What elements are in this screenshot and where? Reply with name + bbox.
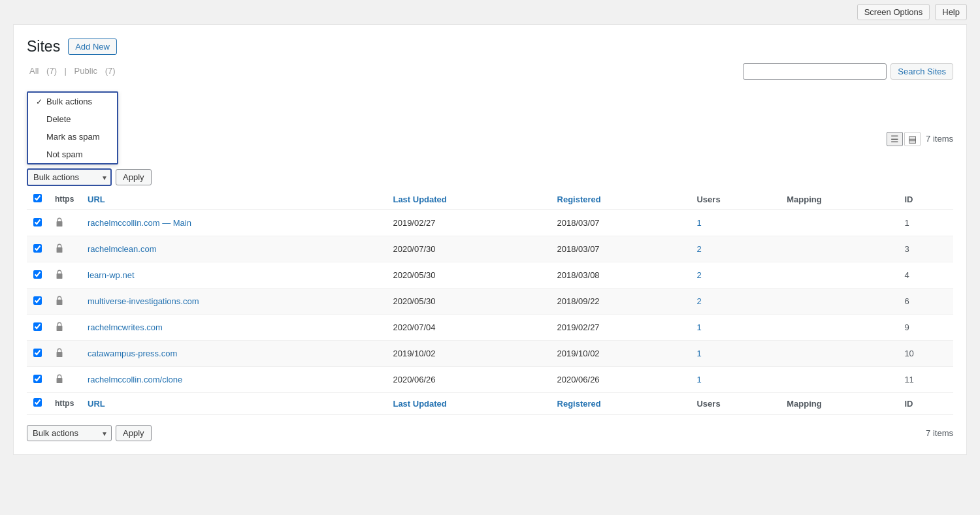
bulk-actions-menu: ✓ Bulk actions ✓ Delete ✓ Mark as spam ✓…: [27, 91, 118, 164]
search-row: Search Sites: [743, 63, 953, 80]
row-mapping-cell: [780, 210, 898, 236]
row-url-link[interactable]: learn-wp.net: [88, 270, 135, 280]
select-all-checkbox[interactable]: [33, 194, 42, 202]
page-wrap: Sites Add New All (7) | Public (7) Searc…: [13, 24, 967, 455]
row-users-cell: 1: [690, 367, 780, 393]
row-lock-cell: [48, 210, 81, 236]
col-footer-users: Users: [690, 393, 780, 414]
row-url-link[interactable]: catawampus-press.com: [88, 349, 177, 358]
bulk-actions-select[interactable]: Bulk actions: [27, 168, 112, 186]
lock-icon: [55, 217, 64, 227]
row-registered-cell: 2019/02/27: [551, 315, 691, 341]
row-url-cell: rachelmccollin.com — Main: [81, 210, 386, 236]
row-url-cell: learn-wp.net: [81, 262, 386, 289]
row-mapping-cell: [780, 341, 898, 367]
svg-rect-1: [57, 247, 63, 253]
lock-icon: [55, 347, 64, 358]
row-mapping-cell: [780, 262, 898, 289]
add-new-button[interactable]: Add New: [68, 39, 117, 55]
list-view-button[interactable]: ☰: [887, 132, 903, 146]
row-url-link[interactable]: rachelmcwrites.com: [88, 322, 163, 332]
row-checkbox[interactable]: [33, 218, 42, 226]
row-lock-cell: [48, 236, 81, 262]
filter-all-link[interactable]: All (7): [27, 66, 62, 76]
row-id-cell: 10: [898, 341, 953, 367]
col-footer-https: https: [48, 393, 81, 414]
row-users-link[interactable]: 1: [696, 218, 701, 228]
table-footer-row: https URL Last Updated Registered Users …: [27, 393, 953, 414]
row-users-link[interactable]: 1: [696, 375, 701, 384]
top-bar: Screen Options Help: [0, 0, 980, 24]
search-button[interactable]: Search Sites: [890, 63, 953, 80]
filter-public-link[interactable]: Public (7): [72, 66, 118, 76]
lock-icon: [55, 243, 64, 253]
search-input[interactable]: [743, 63, 887, 80]
row-users-link[interactable]: 1: [696, 322, 701, 332]
svg-rect-5: [57, 352, 63, 357]
row-checkbox[interactable]: [33, 349, 42, 357]
table-header-row: https URL Last Updated Registered Users …: [27, 189, 953, 210]
lock-icon: [55, 321, 64, 332]
row-url-link[interactable]: rachelmclean.com: [88, 244, 157, 254]
row-users-link[interactable]: 1: [696, 349, 701, 358]
row-checkbox[interactable]: [33, 296, 42, 305]
bottom-toolbar-left: Bulk actions ▼ Apply: [27, 425, 152, 441]
help-button[interactable]: Help: [935, 4, 967, 20]
dropdown-item-delete[interactable]: ✓ Delete: [28, 110, 117, 128]
lock-icon: [55, 295, 64, 305]
excerpt-view-button[interactable]: ▤: [904, 132, 921, 146]
row-checkbox[interactable]: [33, 270, 42, 279]
row-users-link[interactable]: 2: [696, 296, 701, 306]
svg-rect-3: [57, 300, 63, 305]
col-header-last-updated[interactable]: Last Updated: [386, 189, 550, 210]
top-apply-button[interactable]: Apply: [116, 169, 152, 185]
row-registered-cell: 2020/06/26: [551, 367, 691, 393]
col-header-registered[interactable]: Registered: [551, 189, 691, 210]
row-url-link[interactable]: rachelmccollin.com — Main: [88, 218, 191, 228]
row-checkbox[interactable]: [33, 244, 42, 253]
row-id-cell: 11: [898, 367, 953, 393]
row-checkbox[interactable]: [33, 322, 42, 331]
bottom-apply-button[interactable]: Apply: [116, 425, 152, 441]
row-id-cell: 9: [898, 315, 953, 341]
row-lock-cell: [48, 289, 81, 315]
row-checkbox-cell: [27, 367, 48, 393]
row-id-cell: 4: [898, 262, 953, 289]
dropdown-item-not-spam[interactable]: ✓ Not spam: [28, 146, 117, 163]
dropdown-item-mark-spam[interactable]: ✓ Mark as spam: [28, 128, 117, 146]
col-header-https: https: [48, 189, 81, 210]
row-url-cell: rachelmccollin.com/clone: [81, 367, 386, 393]
items-count: 7 items: [926, 134, 953, 144]
table-row: rachelmclean.com 2020/07/30 2018/03/07 2…: [27, 236, 953, 262]
row-last-updated-cell: 2019/10/02: [386, 341, 550, 367]
page-title-row: Sites Add New: [27, 38, 953, 55]
bottom-bulk-actions-select[interactable]: Bulk actions: [27, 425, 112, 441]
row-url-link[interactable]: multiverse-investigations.com: [88, 296, 199, 306]
row-checkbox-cell: [27, 262, 48, 289]
row-lock-cell: [48, 315, 81, 341]
row-users-cell: 1: [690, 315, 780, 341]
svg-rect-4: [57, 326, 63, 331]
sites-table: https URL Last Updated Registered Users …: [27, 189, 953, 414]
select-all-checkbox-footer[interactable]: [33, 398, 42, 407]
row-mapping-cell: [780, 367, 898, 393]
col-header-url: URL: [81, 189, 386, 210]
row-checkbox-cell: [27, 236, 48, 262]
row-last-updated-cell: 2020/05/30: [386, 262, 550, 289]
row-id-cell: 6: [898, 289, 953, 315]
row-users-link[interactable]: 2: [696, 244, 701, 254]
row-checkbox-cell: [27, 289, 48, 315]
screen-options-button[interactable]: Screen Options: [857, 4, 930, 20]
col-footer-registered[interactable]: Registered: [551, 393, 691, 414]
row-registered-cell: 2018/03/07: [551, 210, 691, 236]
row-users-link[interactable]: 2: [696, 270, 701, 280]
row-registered-cell: 2018/03/07: [551, 236, 691, 262]
col-footer-last-updated[interactable]: Last Updated: [386, 393, 550, 414]
table-row: rachelmcwrites.com 2020/07/04 2019/02/27…: [27, 315, 953, 341]
table-row: learn-wp.net 2020/05/30 2018/03/08 2 4: [27, 262, 953, 289]
svg-rect-6: [57, 378, 63, 383]
col-footer-mapping: Mapping: [780, 393, 898, 414]
row-url-link[interactable]: rachelmccollin.com/clone: [88, 375, 182, 384]
dropdown-item-bulk[interactable]: ✓ Bulk actions: [28, 93, 117, 110]
row-checkbox[interactable]: [33, 375, 42, 383]
